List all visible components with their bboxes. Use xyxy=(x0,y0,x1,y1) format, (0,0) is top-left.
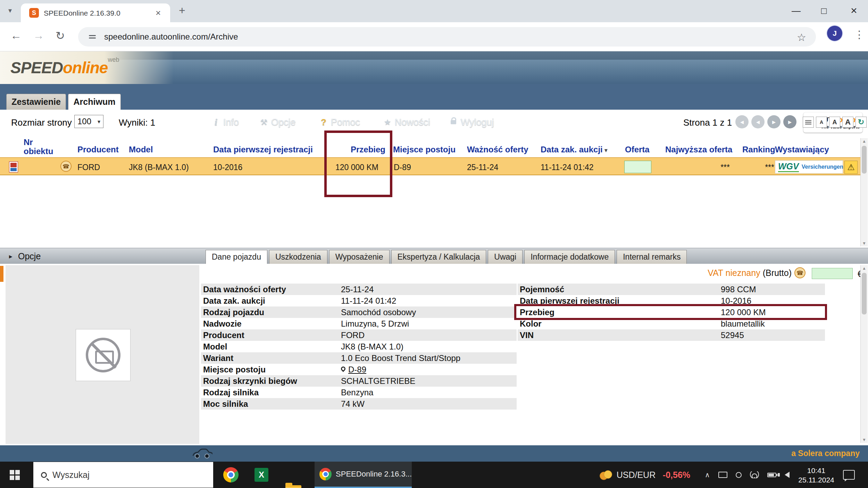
url-text[interactable]: speedonline.autoonline.com/Archive xyxy=(104,32,238,42)
detail-value[interactable]: D-89 xyxy=(348,365,366,375)
tab-close-icon[interactable]: × xyxy=(156,8,161,18)
star-icon: ★ xyxy=(383,118,392,127)
last-page-button[interactable]: ▸ xyxy=(783,115,796,128)
detail-tab[interactable]: Ekspertyza / Kalkulacja xyxy=(391,250,486,264)
phone-icon[interactable]: ☎ xyxy=(794,267,806,278)
warning-icon[interactable]: ⚠ xyxy=(844,161,858,174)
market-ticker[interactable]: USD/EUR -0,56% xyxy=(600,470,690,482)
browser-tab[interactable]: S SPEEDonline 2.16.39.0 × xyxy=(21,3,170,22)
font-size-large-button[interactable]: A xyxy=(842,117,853,128)
reload-icon[interactable]: ↻ xyxy=(56,29,65,42)
menu-label: Info xyxy=(223,117,239,128)
back-icon[interactable]: ← xyxy=(10,29,22,42)
tray-chevron-up-icon[interactable]: ∧ xyxy=(705,471,710,479)
menu-label: Pomoc xyxy=(331,117,360,128)
scrollbar-thumb[interactable] xyxy=(862,146,867,174)
column-header[interactable]: Przebieg xyxy=(351,145,385,154)
details-scrollbar[interactable]: ▲ ▼ xyxy=(860,265,868,443)
detail-tab[interactable]: Wyposażenie xyxy=(329,250,390,264)
wifi-icon[interactable] xyxy=(750,471,759,478)
volume-icon[interactable] xyxy=(785,472,790,478)
detail-tab[interactable]: Informacje dodatkowe xyxy=(524,250,615,264)
detail-tab[interactable]: Uszkodzenia xyxy=(269,250,327,264)
profile-avatar[interactable]: J xyxy=(827,26,842,41)
battery-icon[interactable] xyxy=(767,473,776,477)
table-header-row: Nr obiektuProducentModelData pierwszej r… xyxy=(0,137,860,157)
menu-item-wyloguj[interactable]: Wyloguj xyxy=(449,117,494,128)
options-expander-icon[interactable]: ▸ xyxy=(9,252,12,260)
file-explorer-icon[interactable] xyxy=(285,485,301,488)
refresh-button[interactable]: ↻ xyxy=(856,117,867,128)
table-scrollbar[interactable]: ▲ ▼ xyxy=(860,138,868,246)
detail-tab[interactable]: Dane pojazdu xyxy=(206,250,267,264)
cell-miejsce-postoju: D-89 xyxy=(394,163,411,172)
clock-time: 10:41 xyxy=(796,466,837,475)
column-header[interactable]: Ranking xyxy=(742,145,775,154)
first-page-button[interactable]: ◂ xyxy=(735,115,749,128)
window-minimize-button[interactable]: — xyxy=(792,6,801,16)
column-header[interactable]: Ważność oferty xyxy=(467,145,528,154)
browser-menu-dots-icon[interactable]: ⋮ xyxy=(854,28,865,41)
window-close-button[interactable]: × xyxy=(851,4,857,17)
menu-item-pomoc[interactable]: ? Pomoc xyxy=(319,117,360,128)
scroll-up-icon[interactable]: ▲ xyxy=(861,266,868,271)
menu-item-nowosci[interactable]: ★ Nowości xyxy=(383,117,430,128)
start-button[interactable] xyxy=(10,470,20,480)
scroll-down-icon[interactable]: ▼ xyxy=(861,437,868,442)
tab-zestawienie[interactable]: Zestawienie xyxy=(6,94,66,110)
url-field[interactable]: speedonline.autoonline.com/Archive ☆ xyxy=(78,27,816,47)
excel-icon[interactable]: X xyxy=(254,468,268,482)
prev-page-button[interactable]: ◂ xyxy=(751,115,765,128)
onedrive-icon[interactable] xyxy=(736,472,742,478)
taskbar-clock[interactable]: 10:41 25.11.2024 xyxy=(796,466,837,485)
column-header[interactable]: Data pierwszej rejestracji xyxy=(213,145,313,154)
panel-collapse-handle[interactable] xyxy=(0,266,3,282)
detail-tab[interactable]: Uwagi xyxy=(488,250,523,264)
scroll-down-icon[interactable]: ▼ xyxy=(861,241,868,246)
price-input[interactable] xyxy=(812,268,853,279)
tab-archiwum[interactable]: Archiwum xyxy=(68,94,121,110)
vat-status: VAT nieznany xyxy=(708,268,760,278)
cell-model: JK8 (B-MAX 1.0) xyxy=(129,163,189,172)
phone-icon[interactable]: ☎ xyxy=(60,161,72,172)
taskbar-app-speedonline[interactable]: SPEEDonline 2.16.3... xyxy=(315,462,412,488)
scrollbar-thumb[interactable] xyxy=(862,273,867,314)
offer-cell[interactable] xyxy=(624,161,651,173)
tab-search-chevron-icon[interactable]: ▾ xyxy=(8,6,12,15)
site-info-icon[interactable] xyxy=(88,32,97,41)
scroll-up-icon[interactable]: ▲ xyxy=(861,139,868,144)
detail-tab[interactable]: Internal remarks xyxy=(617,250,687,264)
column-header[interactable]: Nr obiektu xyxy=(24,138,56,156)
cell-data-zak-aukcji: 11-11-24 01:42 xyxy=(541,163,594,172)
menu-item-opcje[interactable]: ⚒ Opcje xyxy=(260,117,296,128)
font-size-medium-button[interactable]: A xyxy=(829,117,840,128)
display-icon[interactable] xyxy=(718,472,727,478)
window-maximize-button[interactable]: □ xyxy=(821,6,827,16)
column-header[interactable]: Producent xyxy=(77,145,119,154)
new-tab-button[interactable]: + xyxy=(179,4,185,17)
export-button[interactable] xyxy=(803,117,814,128)
column-header[interactable]: Najwyższa oferta xyxy=(665,145,732,154)
column-header[interactable]: Miejsce postoju xyxy=(393,145,456,154)
car-icon xyxy=(190,447,212,459)
column-header[interactable]: Oferta xyxy=(625,145,650,154)
info-icon: i xyxy=(212,117,220,128)
column-header[interactable]: Data zak. aukcji xyxy=(541,145,608,154)
page-size-select[interactable]: 100 ▾ xyxy=(74,115,103,128)
wystawiajacy-logo[interactable]: WGV Versicherungen xyxy=(775,160,843,174)
chrome-icon[interactable] xyxy=(223,467,239,482)
detail-label: Model xyxy=(203,342,341,352)
notification-center-icon[interactable] xyxy=(843,470,855,480)
column-header[interactable]: Wystawiający xyxy=(775,145,829,154)
menu-item-info[interactable]: i Info xyxy=(212,117,239,128)
column-header[interactable]: Model xyxy=(129,145,153,154)
taskbar-search[interactable]: Wyszukaj xyxy=(33,462,213,488)
result-row[interactable]: ☎ FORD JK8 (B-MAX 1.0) 10-2016 120 000 K… xyxy=(0,157,860,175)
next-page-button[interactable]: ▸ xyxy=(767,115,781,128)
detail-label: Pojemność xyxy=(520,285,721,294)
font-size-small-button[interactable]: A xyxy=(816,117,827,128)
forward-icon[interactable]: → xyxy=(33,29,44,42)
bookmark-star-icon[interactable]: ☆ xyxy=(797,31,806,43)
menu-label: Nowości xyxy=(395,117,430,128)
tools-icon: ⚒ xyxy=(260,118,268,127)
